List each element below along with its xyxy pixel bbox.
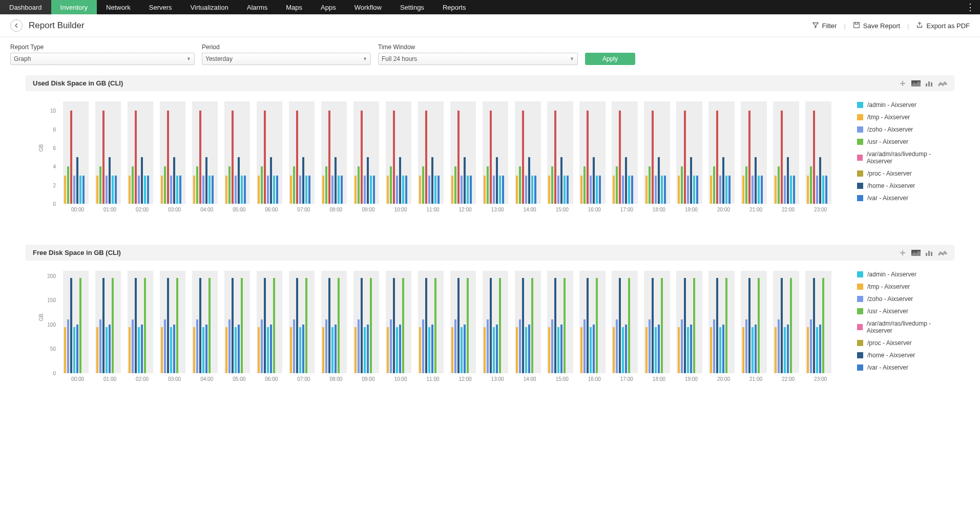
bar[interactable] xyxy=(373,176,375,204)
bar[interactable] xyxy=(710,176,712,204)
bar[interactable] xyxy=(129,327,131,373)
bar[interactable] xyxy=(649,319,651,373)
bar[interactable] xyxy=(696,176,698,204)
bar[interactable] xyxy=(331,327,333,373)
bar[interactable] xyxy=(551,166,553,204)
bar[interactable] xyxy=(593,325,595,373)
bar[interactable] xyxy=(322,327,324,373)
bar[interactable] xyxy=(534,176,536,204)
bar[interactable] xyxy=(419,327,421,373)
bar[interactable] xyxy=(235,327,237,373)
bar[interactable] xyxy=(457,278,460,373)
bar[interactable] xyxy=(425,278,427,373)
bar[interactable] xyxy=(519,166,521,204)
bar[interactable] xyxy=(810,166,812,204)
bar[interactable] xyxy=(625,157,627,204)
bar[interactable] xyxy=(358,166,360,204)
bar[interactable] xyxy=(742,327,744,373)
legend-item[interactable]: /usr - Aixserver xyxy=(857,308,949,315)
bar[interactable] xyxy=(167,278,169,373)
bar[interactable] xyxy=(661,176,663,204)
bar[interactable] xyxy=(355,327,357,373)
bar[interactable] xyxy=(457,111,460,204)
bar[interactable] xyxy=(390,166,392,204)
nav-item-dashboard[interactable]: Dashboard xyxy=(0,0,51,14)
bar[interactable] xyxy=(807,327,809,373)
bar[interactable] xyxy=(813,278,815,373)
bar[interactable] xyxy=(167,111,169,204)
bar[interactable] xyxy=(819,325,821,373)
bar[interactable] xyxy=(487,166,489,204)
bar[interactable] xyxy=(593,157,595,204)
bar[interactable] xyxy=(302,157,304,204)
bar[interactable] xyxy=(631,176,633,204)
bar[interactable] xyxy=(813,111,815,204)
bar[interactable] xyxy=(273,176,275,204)
bar[interactable] xyxy=(422,166,424,204)
filter-action[interactable]: Filter xyxy=(812,22,837,30)
bar[interactable] xyxy=(225,327,227,373)
bar[interactable] xyxy=(551,319,553,373)
bar-chart-type-icon[interactable] xyxy=(925,80,934,87)
bar[interactable] xyxy=(431,157,433,204)
bar[interactable] xyxy=(713,166,715,204)
bar[interactable] xyxy=(299,176,301,204)
bar[interactable] xyxy=(428,176,430,204)
bar[interactable] xyxy=(399,325,401,373)
bar[interactable] xyxy=(484,176,486,204)
bar[interactable] xyxy=(422,319,424,373)
nav-item-reports[interactable]: Reports xyxy=(433,0,475,14)
bar[interactable] xyxy=(393,278,395,373)
save-report-action[interactable]: Save Report xyxy=(853,22,900,30)
bar[interactable] xyxy=(132,319,134,373)
bar[interactable] xyxy=(761,176,763,204)
bar[interactable] xyxy=(587,278,589,373)
bar[interactable] xyxy=(778,166,780,204)
bar[interactable] xyxy=(238,157,240,204)
bar[interactable] xyxy=(73,327,75,373)
bar[interactable] xyxy=(548,327,550,373)
bar[interactable] xyxy=(328,111,330,204)
bar[interactable] xyxy=(144,278,146,373)
bar[interactable] xyxy=(710,327,712,373)
bar[interactable] xyxy=(725,176,727,204)
bar[interactable] xyxy=(399,157,401,204)
bar[interactable] xyxy=(419,176,421,204)
bar[interactable] xyxy=(775,327,777,373)
bar[interactable] xyxy=(205,157,207,204)
bar[interactable] xyxy=(164,319,166,373)
bar[interactable] xyxy=(822,176,824,204)
nav-item-virtualization[interactable]: Virtualization xyxy=(181,0,238,14)
bar[interactable] xyxy=(781,111,783,204)
bar[interactable] xyxy=(244,176,246,204)
bar[interactable] xyxy=(173,325,175,373)
bar[interactable] xyxy=(564,176,566,204)
bar[interactable] xyxy=(367,157,369,204)
bar[interactable] xyxy=(499,278,501,373)
bar[interactable] xyxy=(228,319,231,373)
bar[interactable] xyxy=(716,111,718,204)
bar[interactable] xyxy=(82,176,85,204)
bar[interactable] xyxy=(199,278,201,373)
bar[interactable] xyxy=(305,278,307,373)
bar[interactable] xyxy=(290,327,292,373)
bar[interactable] xyxy=(531,176,533,204)
bar[interactable] xyxy=(580,327,582,373)
bar[interactable] xyxy=(516,327,518,373)
bar[interactable] xyxy=(129,176,131,204)
bar[interactable] xyxy=(302,325,304,373)
bar[interactable] xyxy=(464,325,466,373)
bar[interactable] xyxy=(76,325,78,373)
bar[interactable] xyxy=(331,176,333,204)
legend-item[interactable]: /var/adm/ras/livedump - Aixserver xyxy=(857,150,949,165)
bar[interactable] xyxy=(554,111,556,204)
bar[interactable] xyxy=(193,176,195,204)
bar[interactable] xyxy=(79,278,81,373)
bar[interactable] xyxy=(79,176,81,204)
legend-item[interactable]: /var - Aixserver xyxy=(857,195,949,202)
bar[interactable] xyxy=(208,176,211,204)
bar[interactable] xyxy=(393,111,395,204)
bar[interactable] xyxy=(273,278,275,373)
bar[interactable] xyxy=(193,327,195,373)
bar[interactable] xyxy=(141,325,143,373)
